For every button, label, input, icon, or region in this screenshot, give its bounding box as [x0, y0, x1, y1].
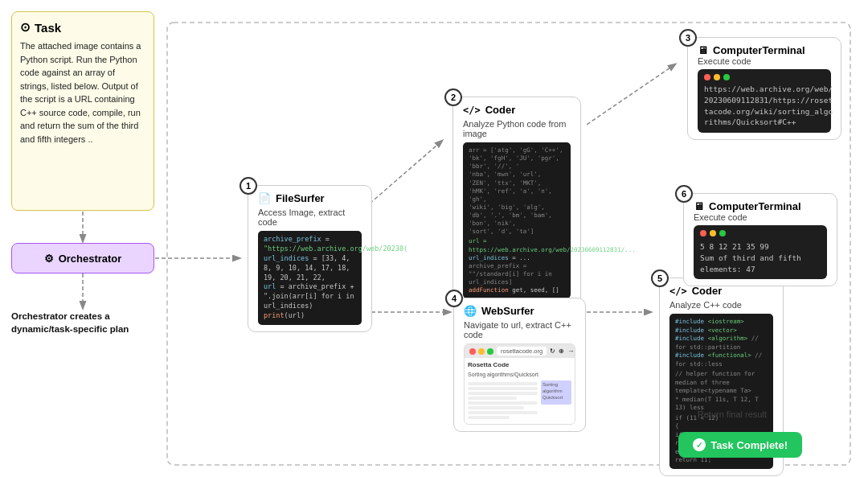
- step-2-circle: 2: [444, 88, 462, 106]
- ct1-url-line1: https://web.archive.org/web/: [704, 84, 825, 95]
- browser-sidebar: Sorting algorithm Quicksort: [541, 380, 571, 421]
- code-line3: url = archive_prefix + ".join(arr[i] for…: [264, 282, 356, 311]
- task-title-text: Task: [35, 21, 61, 35]
- browser-page-subtitle: Sorting algorithms/Quicksort: [468, 371, 571, 378]
- ct2-output-line1: 5 8 12 21 35 99: [700, 241, 821, 253]
- browser-refresh-icon: ↻: [550, 347, 555, 355]
- filesurfer-code: archive_prefix = "https://web.archive.or…: [258, 231, 362, 325]
- ct1-dots: [704, 74, 825, 80]
- coder1-subtitle: Analyze Python code from image: [463, 119, 571, 138]
- task-complete-box: ✓ Task Complete!: [678, 432, 802, 458]
- task-box: ⊙ Task The attached image contains a Pyt…: [11, 11, 154, 211]
- step-3-circle: 3: [679, 29, 697, 47]
- ct2-output-line2: Sum of third and fifth: [700, 253, 821, 264]
- code-line4: print(url): [264, 311, 356, 321]
- coder1-title: </> Coder: [463, 104, 571, 116]
- coder1-icon: </>: [463, 105, 481, 116]
- browser-text-col: [468, 380, 538, 421]
- browser-sidebar-box: Sorting algorithm Quicksort: [541, 380, 571, 405]
- ct2-terminal: 5 8 12 21 35 99 Sum of third and fifth e…: [694, 225, 827, 279]
- ct2-title-text: ComputerTerminal: [709, 200, 801, 212]
- ct2-icon: 🖥: [694, 200, 704, 212]
- diagram-container: ⊙ Task The attached image contains a Pyt…: [0, 0, 868, 477]
- ct1-icon: 🖥: [698, 44, 708, 56]
- dot-red-2: [700, 230, 706, 236]
- step-1-number: 1: [246, 181, 251, 191]
- dot-yellow-2: [710, 230, 716, 236]
- ct1-terminal: https://web.archive.org/web/ 20230609112…: [698, 69, 831, 133]
- browser-plus-icon: ⊕: [559, 347, 564, 355]
- browser-text-line3: [468, 392, 538, 395]
- websurfer-icon: 🌐: [464, 305, 477, 317]
- orchestrator-label: Orchestrator: [59, 253, 122, 265]
- browser-text-line6: [468, 406, 524, 409]
- ct1-title-text: ComputerTerminal: [713, 44, 805, 56]
- browser-text-line8: [468, 416, 510, 419]
- browser-content: Rosetta Code Sorting algorithms/Quicksor…: [465, 358, 575, 424]
- svg-line-3: [370, 141, 442, 204]
- step-1-circle: 1: [240, 177, 257, 195]
- coder2-subtitle: Analyze C++ code: [669, 300, 773, 310]
- websurfer-card: 🌐 WebSurfer Navigate to url, extract C++…: [453, 298, 586, 432]
- orchestrator-icon: ⚙: [44, 253, 54, 265]
- ct1-execute-label: Execute code: [698, 56, 831, 66]
- coder1-card: </> Coder Analyze Python code from image…: [452, 97, 581, 306]
- browser-page-body: Sorting algorithm Quicksort: [468, 380, 571, 421]
- websurfer-title-text: WebSurfer: [481, 305, 534, 317]
- ct1-title: 🖥 ComputerTerminal: [698, 44, 831, 56]
- coder2-title: </> Coder: [669, 285, 773, 297]
- return-label: Return final result: [698, 409, 767, 419]
- filesurfer-icon: 📄: [258, 192, 271, 204]
- ct2-output-line3: elements: 47: [700, 264, 821, 275]
- websurfer-title: 🌐 WebSurfer: [464, 305, 575, 317]
- svg-line-4: [587, 64, 675, 125]
- computer-terminal1-card: 🖥 ComputerTerminal Execute code https://…: [687, 37, 841, 140]
- browser-dots: [469, 348, 493, 355]
- coder1-code: arr = ['atg', 'gG', 'C++', 'bk', 'fgH', …: [463, 142, 571, 298]
- step-4-circle: 4: [445, 290, 463, 307]
- browser-arrow-icon: →: [567, 347, 574, 355]
- browser-url: rosettacode.org: [497, 347, 547, 356]
- task-complete-label: Task Complete!: [710, 439, 788, 451]
- filesurfer-subtitle: Access Image, extract code: [258, 208, 362, 227]
- browser-dot-yellow: [478, 348, 485, 355]
- filesurfer-title: 📄 FileSurfer: [258, 192, 362, 204]
- browser-text-line4: [468, 397, 517, 400]
- coder2-title-text: Coder: [692, 285, 723, 297]
- ct1-url-line2: 20230609112831/https://roset: [704, 95, 825, 106]
- task-body: The attached image contains a Python scr…: [20, 39, 145, 146]
- coder1-title-text: Coder: [485, 104, 516, 116]
- orchestrator-plan: Orchestrator creates a dynamic/task-spec…: [11, 310, 154, 335]
- browser-dot-green: [487, 348, 493, 355]
- task-complete-icon: ✓: [693, 438, 706, 451]
- code-line1: archive_prefix = "https://web.archive.or…: [264, 235, 356, 254]
- task-title: ⊙ Task: [20, 20, 145, 35]
- filesurfer-title-text: FileSurfer: [276, 192, 325, 204]
- browser-mockup: rosettacode.org ↻ ⊕ → Rosetta Code Sorti…: [464, 343, 575, 425]
- coder2-icon: </>: [669, 286, 687, 297]
- websurfer-subtitle: Navigate to url, extract C++ code: [464, 320, 575, 339]
- step-6-number: 6: [682, 189, 686, 199]
- ct2-dots: [700, 230, 821, 236]
- browser-text-line7: [468, 411, 538, 414]
- browser-text-line5: [468, 401, 538, 405]
- step-6-circle: 6: [675, 185, 693, 203]
- dot-red-1: [704, 74, 710, 80]
- dot-green-2: [719, 230, 726, 236]
- ct1-url-line4: rithms/Quicksort#C++: [704, 117, 825, 128]
- step-2-number: 2: [451, 93, 456, 102]
- step-5-circle: 5: [651, 269, 669, 287]
- code-line2: url_indices = [33, 4, 8, 9, 10, 14, 17, …: [264, 254, 356, 283]
- step-3-number: 3: [686, 33, 690, 43]
- browser-bar: rosettacode.org ↻ ⊕ →: [465, 344, 575, 358]
- step-5-number: 5: [657, 273, 662, 283]
- filesurfer-card: 📄 FileSurfer Access Image, extract code …: [248, 185, 372, 332]
- browser-text-line: [468, 382, 538, 385]
- browser-dot-red: [469, 348, 476, 355]
- browser-page-title: Rosetta Code: [468, 361, 571, 369]
- task-icon: ⊙: [20, 20, 31, 35]
- ct2-execute-label: Execute code: [694, 212, 827, 222]
- computer-terminal2-card: 🖥 ComputerTerminal Execute code 5 8 12 2…: [683, 193, 837, 286]
- dot-green-1: [723, 74, 730, 80]
- orchestrator-box: ⚙ Orchestrator: [11, 243, 154, 273]
